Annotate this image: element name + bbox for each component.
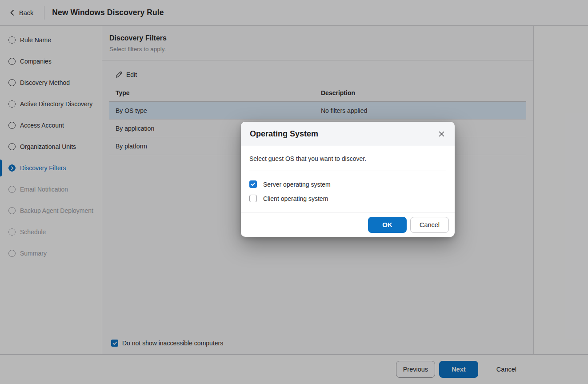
- dialog-header: Operating System: [241, 122, 455, 146]
- dialog-cancel-button[interactable]: Cancel: [410, 217, 449, 233]
- dialog-description: Select guest OS that you want to discove…: [249, 155, 446, 162]
- dialog-title: Operating System: [250, 129, 318, 139]
- dialog-footer: OK Cancel: [241, 212, 455, 237]
- checkbox-unchecked-icon: [249, 195, 257, 202]
- operating-system-dialog: Operating System Select guest OS that yo…: [241, 122, 455, 237]
- client-os-checkbox[interactable]: Client operating system: [249, 195, 446, 202]
- checkbox-label: Server operating system: [263, 181, 331, 188]
- dialog-body: Select guest OS that you want to discove…: [241, 146, 455, 212]
- dialog-divider: [249, 171, 446, 171]
- server-os-checkbox[interactable]: Server operating system: [249, 180, 446, 188]
- close-icon[interactable]: [437, 129, 446, 138]
- ok-button[interactable]: OK: [368, 217, 407, 233]
- checkbox-checked-icon: [249, 180, 257, 188]
- checkbox-label: Client operating system: [263, 195, 328, 202]
